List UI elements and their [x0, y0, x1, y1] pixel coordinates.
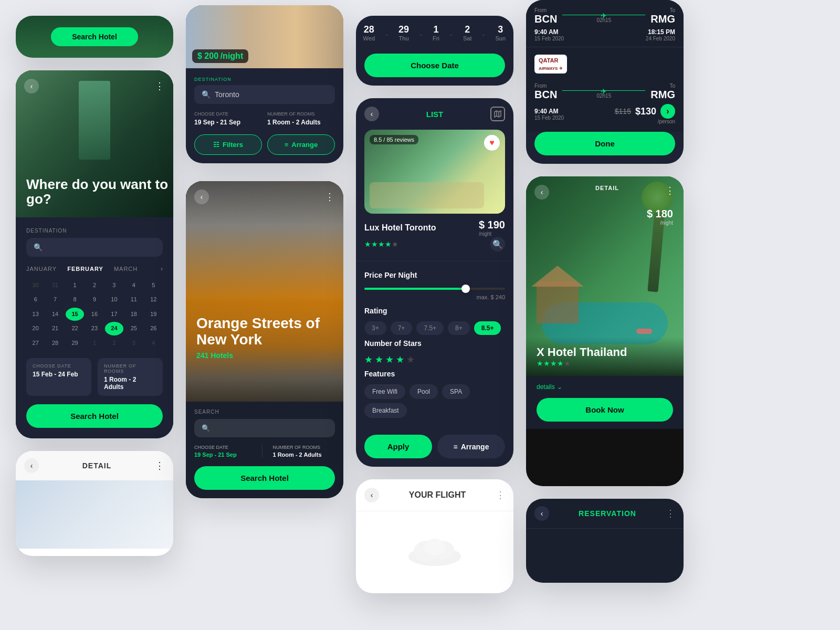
- cal-day[interactable]: 13: [26, 308, 45, 321]
- feature-breakfast[interactable]: Breakfast: [364, 403, 407, 418]
- airline-sub: AIRWAYS ✈: [539, 66, 563, 71]
- cal-day[interactable]: 29: [66, 337, 84, 350]
- star-1[interactable]: ★: [364, 354, 373, 365]
- search-button[interactable]: 🔍: [490, 237, 505, 251]
- back-button[interactable]: ‹: [24, 458, 39, 473]
- filter-btn-label: Filters: [223, 141, 243, 149]
- more-options-button[interactable]: ⋮: [325, 191, 335, 203]
- rating-chip-8[interactable]: 8+: [448, 321, 470, 335]
- cal-day-selected-start[interactable]: 15: [66, 308, 84, 321]
- more-options-button[interactable]: ⋮: [155, 80, 165, 92]
- cal-day[interactable]: 14: [46, 308, 64, 321]
- details-link[interactable]: details ⌄: [537, 383, 673, 391]
- cal-day[interactable]: 3: [105, 279, 123, 292]
- rating-chip-7[interactable]: 7+: [391, 321, 413, 335]
- destination-form: DESTINATION 🔍 Toronto CHOOSE DATE 19 Sep…: [186, 68, 343, 163]
- search-hotel-button[interactable]: Search Hotel: [26, 404, 163, 428]
- apply-button[interactable]: Apply: [364, 435, 432, 458]
- cal-day[interactable]: 1: [66, 279, 84, 292]
- list-tab[interactable]: LIST: [426, 110, 444, 119]
- cal-day-selected-end[interactable]: 24: [105, 322, 123, 335]
- date-num-2: 28 Wed: [363, 24, 375, 45]
- cal-day[interactable]: 10: [105, 293, 123, 306]
- back-button[interactable]: ‹: [194, 190, 209, 204]
- back-button[interactable]: ‹: [364, 107, 379, 121]
- star-2[interactable]: ★: [375, 354, 383, 365]
- rating-chip-3[interactable]: 3+: [364, 321, 386, 335]
- destination-input[interactable]: [47, 243, 155, 251]
- cal-day[interactable]: 5: [144, 279, 163, 292]
- cal-day[interactable]: 27: [26, 337, 45, 350]
- back-button[interactable]: ‹: [364, 488, 379, 502]
- select-flight-button[interactable]: ›: [660, 104, 675, 119]
- back-button[interactable]: ‹: [534, 506, 549, 521]
- star-4[interactable]: ★: [396, 354, 404, 365]
- cal-day[interactable]: 8: [66, 293, 84, 306]
- back-button[interactable]: ‹: [24, 79, 39, 93]
- star-3[interactable]: ★: [385, 354, 394, 365]
- cal-day[interactable]: 20: [26, 322, 45, 335]
- book-now-button[interactable]: Book Now: [537, 398, 673, 422]
- price-slider[interactable]: [364, 288, 505, 290]
- search-input-wrapper[interactable]: 🔍: [194, 419, 335, 437]
- slider-thumb[interactable]: [461, 285, 470, 293]
- cal-day[interactable]: 18: [124, 308, 143, 321]
- cal-day[interactable]: 21: [46, 322, 64, 335]
- calendar-next-arrow[interactable]: ›: [161, 265, 163, 272]
- cloud-decoration: [403, 536, 466, 567]
- cal-day[interactable]: 4: [144, 337, 163, 350]
- cal-day[interactable]: 31: [46, 279, 64, 292]
- detail-header: ‹ DETAIL ⋮: [16, 451, 173, 480]
- nyc-search-button[interactable]: Search Hotel: [194, 466, 335, 490]
- cal-day[interactable]: 7: [46, 293, 64, 306]
- cal-day[interactable]: 28: [46, 337, 64, 350]
- stars-filter-title: Number of Stars: [364, 339, 505, 348]
- arrange-button[interactable]: ≡ Arrange: [437, 435, 505, 458]
- feature-spa[interactable]: SPA: [442, 384, 470, 399]
- more-options-button[interactable]: ⋮: [155, 460, 165, 471]
- your-flight-card: ‹ YOUR FLIGHT ⋮: [356, 479, 513, 593]
- cal-day[interactable]: 6: [26, 293, 45, 306]
- cal-day[interactable]: 2: [105, 337, 123, 350]
- airline-logo-wrapper: QATAR AIRWAYS ✈: [534, 55, 675, 78]
- cal-day[interactable]: 22: [66, 322, 84, 335]
- dest-input[interactable]: 🔍 Toronto: [194, 85, 335, 104]
- cal-day[interactable]: 17: [105, 308, 123, 321]
- choose-date-button[interactable]: Choose Date: [364, 54, 505, 77]
- destination-input-wrapper[interactable]: 🔍: [26, 238, 163, 257]
- more-options-button[interactable]: ⋮: [666, 508, 675, 519]
- more-options-button[interactable]: ⋮: [665, 185, 675, 200]
- thailand-price: $ 180: [647, 208, 673, 220]
- cal-day[interactable]: 19: [144, 308, 163, 321]
- filters-button[interactable]: ☷ Filters: [194, 134, 262, 155]
- cal-day[interactable]: 9: [85, 293, 103, 306]
- cal-day[interactable]: 23: [85, 322, 103, 335]
- top-search-hotel-button[interactable]: Search Hotel: [51, 27, 138, 46]
- rating-chip-85[interactable]: 8.5+: [474, 321, 501, 335]
- cal-day[interactable]: 4: [124, 279, 143, 292]
- cal-day[interactable]: 26: [144, 322, 163, 335]
- hotel-price-night: /night: [479, 231, 505, 237]
- rating-chip-75[interactable]: 7.5+: [416, 321, 444, 335]
- cal-day[interactable]: 16: [85, 308, 103, 321]
- filter-list-card: ‹ LIST ♥ 8.5 / 85 reviews: [356, 98, 513, 467]
- cal-day[interactable]: 25: [124, 322, 143, 335]
- feature-wifi[interactable]: Free Wifi: [364, 384, 405, 399]
- favorite-button[interactable]: ♥: [484, 135, 500, 151]
- cal-day[interactable]: 1: [85, 337, 103, 350]
- map-icon[interactable]: [490, 107, 505, 121]
- done-button[interactable]: Done: [534, 132, 675, 155]
- cal-day[interactable]: 30: [26, 279, 45, 292]
- cal-day[interactable]: 2: [85, 279, 103, 292]
- arrange-button[interactable]: ≡ Arrange: [267, 134, 335, 155]
- cal-day[interactable]: 11: [124, 293, 143, 306]
- cal-day[interactable]: 12: [144, 293, 163, 306]
- more-options-button[interactable]: ⋮: [496, 489, 505, 501]
- rooms-label: NUMBER OF ROOMS: [104, 363, 156, 374]
- feature-pool[interactable]: Pool: [410, 384, 438, 399]
- new-price: $130: [635, 106, 656, 117]
- star-5[interactable]: ★: [406, 354, 415, 365]
- back-button[interactable]: ‹: [534, 185, 549, 200]
- depart-date-2: 15 Feb 2020: [534, 115, 564, 121]
- cal-day[interactable]: 3: [124, 337, 143, 350]
